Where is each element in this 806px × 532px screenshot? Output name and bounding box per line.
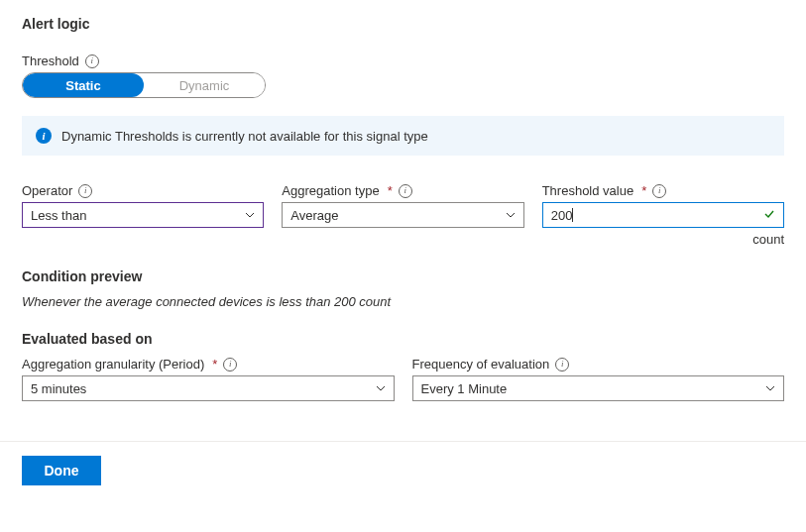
- threshold-value-label: Threshold value * i: [542, 183, 784, 198]
- threshold-label-text: Threshold: [22, 53, 79, 68]
- info-banner-text: Dynamic Thresholds is currently not avai…: [61, 129, 428, 144]
- threshold-option-static[interactable]: Static: [23, 73, 144, 97]
- section-title-alert-logic: Alert logic: [22, 16, 784, 32]
- aggregation-value: Average: [290, 208, 338, 223]
- aggregation-select[interactable]: Average: [282, 202, 523, 228]
- chevron-down-icon: [245, 210, 255, 220]
- check-icon: [763, 208, 775, 223]
- info-icon[interactable]: i: [85, 54, 99, 68]
- evaluated-heading: Evaluated based on: [22, 331, 784, 347]
- aggregation-label: Aggregation type * i: [282, 183, 523, 198]
- frequency-select[interactable]: Every 1 Minute: [412, 375, 785, 401]
- frequency-value: Every 1 Minute: [421, 381, 508, 396]
- required-asterisk: *: [641, 183, 646, 198]
- frequency-label: Frequency of evaluation i: [412, 357, 785, 372]
- required-asterisk: *: [388, 183, 393, 198]
- info-icon[interactable]: i: [223, 358, 237, 372]
- operator-label-text: Operator: [22, 183, 72, 198]
- granularity-value: 5 minutes: [31, 381, 86, 396]
- threshold-label: Threshold i: [22, 53, 784, 68]
- threshold-value-text: 200: [551, 208, 573, 223]
- chevron-down-icon: [506, 210, 516, 220]
- threshold-value-input[interactable]: 200: [542, 202, 784, 228]
- operator-value: Less than: [31, 208, 86, 223]
- done-button[interactable]: Done: [22, 456, 101, 485]
- info-icon[interactable]: i: [78, 184, 92, 198]
- operator-select[interactable]: Less than: [22, 202, 264, 228]
- granularity-select[interactable]: 5 minutes: [22, 375, 395, 401]
- granularity-label: Aggregation granularity (Period) * i: [22, 357, 395, 372]
- info-icon: i: [36, 128, 52, 144]
- threshold-option-dynamic[interactable]: Dynamic: [144, 73, 265, 97]
- info-icon[interactable]: i: [555, 358, 569, 372]
- threshold-unit: count: [542, 232, 784, 247]
- condition-preview-heading: Condition preview: [22, 268, 784, 284]
- text-cursor: [572, 208, 573, 222]
- required-asterisk: *: [212, 357, 217, 372]
- threshold-toggle: Static Dynamic: [22, 72, 266, 98]
- chevron-down-icon: [765, 383, 775, 393]
- threshold-value-label-text: Threshold value: [542, 183, 634, 198]
- condition-preview-text: Whenever the average connected devices i…: [22, 294, 784, 309]
- info-icon[interactable]: i: [652, 184, 666, 198]
- chevron-down-icon: [376, 383, 386, 393]
- aggregation-label-text: Aggregation type: [282, 183, 379, 198]
- info-icon[interactable]: i: [399, 184, 412, 198]
- operator-label: Operator i: [22, 183, 264, 198]
- info-banner: i Dynamic Thresholds is currently not av…: [22, 116, 784, 156]
- granularity-label-text: Aggregation granularity (Period): [22, 357, 204, 372]
- frequency-label-text: Frequency of evaluation: [412, 357, 550, 372]
